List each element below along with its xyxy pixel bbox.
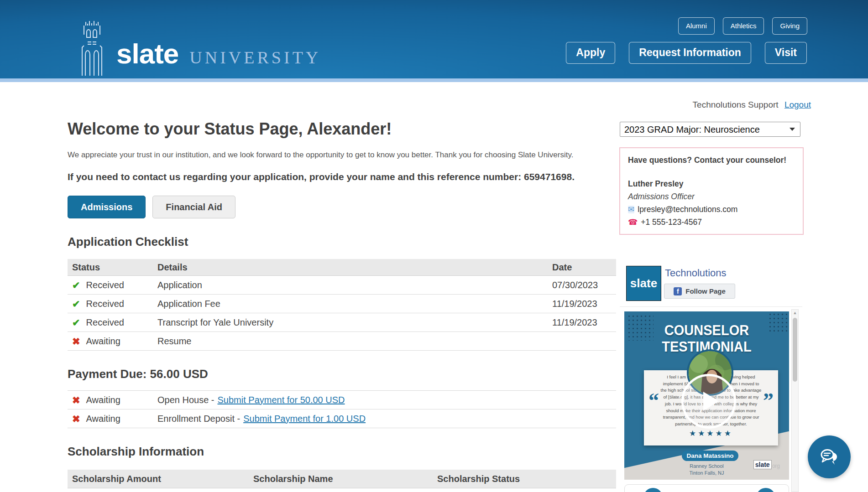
status-label: Received: [86, 317, 124, 328]
application-checklist-table: Status Details Date ✔Received Applicatio…: [68, 259, 616, 351]
x-icon: ✖: [72, 414, 80, 424]
reference-note: If you need to contact us regarding your…: [68, 170, 604, 184]
checklist-header-row: Status Details Date: [68, 259, 616, 276]
status-label: Received: [86, 280, 124, 290]
close-quote-icon: ”: [763, 390, 774, 411]
support-bar: Technolutions Support Logout: [0, 100, 811, 110]
primary-nav: Apply Request Information Visit: [566, 42, 807, 64]
details-cell: Resume: [157, 336, 552, 347]
col-status: Status: [68, 262, 157, 273]
logo-university-text: UNIVERSITY: [189, 49, 321, 68]
check-icon: ✔: [72, 299, 80, 309]
logout-link[interactable]: Logout: [784, 100, 811, 109]
facebook-widget: slate Technolutions f Follow Page COUNSE…: [620, 258, 802, 492]
phone-icon: ☎: [628, 218, 638, 226]
counselor-card-heading: Have questions? Contact your counselor!: [628, 155, 795, 165]
status-page: slate UNIVERSITY Alumni Athletics Giving…: [0, 0, 868, 492]
col-details: Details: [157, 262, 552, 273]
submit-payment-link[interactable]: Submit Payment for 50.00 USD: [218, 395, 345, 405]
apply-button[interactable]: Apply: [566, 42, 615, 64]
table-row: ✖Awaiting Open House -Submit Payment for…: [68, 391, 616, 409]
payment-item-label: Enrollment Deposit -: [157, 414, 240, 424]
testimonial-location: Tinton Falls, NJ: [624, 470, 789, 476]
scholarship-heading: Scholarship Information: [68, 445, 616, 459]
table-row: ✔Received Transcript for Yale University…: [68, 313, 616, 332]
university-logo: slate UNIVERSITY: [81, 19, 321, 68]
testimonial-video[interactable]: COUNSELOR TESTIMONIAL “ ” I feel I am in…: [624, 311, 789, 480]
decorative-circle: [756, 488, 775, 492]
application-selector: 2023 GRAD Major: Neuroscience: [620, 122, 800, 137]
support-label: Technolutions Support: [693, 100, 779, 109]
follow-page-button[interactable]: f Follow Page: [664, 284, 735, 299]
table-row: ✔Received Application Fee 11/19/2023: [68, 295, 616, 313]
col-scholarship-amount: Scholarship Amount: [68, 474, 253, 484]
slate-org-suffix: org: [772, 463, 780, 469]
details-cell: Open House -Submit Payment for 50.00 USD: [157, 395, 552, 405]
secondary-nav: Alumni Athletics Giving: [678, 17, 807, 35]
intro-paragraph: We appreciate your trust in our institut…: [68, 150, 616, 160]
table-row: ✖Awaiting Resume: [68, 332, 616, 351]
open-quote-icon: “: [648, 390, 659, 411]
checklist-heading: Application Checklist: [68, 235, 616, 249]
decorative-circle: [643, 488, 663, 492]
giving-button[interactable]: Giving: [772, 17, 807, 35]
counselor-email[interactable]: lpresley@technolutions.com: [638, 205, 737, 214]
facebook-icon: f: [674, 287, 682, 295]
page-title: Welcome to your Status Page, Alexander!: [68, 119, 616, 139]
status-label: Awaiting: [86, 395, 120, 405]
status-label: Awaiting: [86, 336, 120, 347]
slate-org-logo: slate org: [753, 460, 780, 469]
col-scholarship-name: Scholarship Name: [253, 474, 437, 484]
x-icon: ✖: [72, 337, 80, 346]
details-cell: Application Fee: [157, 299, 552, 309]
play-icon: [703, 392, 719, 411]
feed-scrollbar[interactable]: ▲: [791, 309, 799, 492]
counselor-card: Have questions? Contact your counselor! …: [619, 147, 804, 235]
email-icon: ✉: [628, 206, 634, 213]
next-feed-card: [624, 484, 789, 492]
chat-button[interactable]: [808, 435, 851, 478]
check-icon: ✔: [72, 318, 80, 327]
tower-icon: [81, 19, 103, 76]
scroll-up-icon[interactable]: ▲: [792, 311, 798, 315]
follow-page-label: Follow Page: [685, 287, 726, 295]
date-cell: 11/19/2023: [552, 299, 616, 309]
alumni-button[interactable]: Alumni: [678, 17, 715, 35]
application-dropdown[interactable]: 2023 GRAD Major: Neuroscience: [620, 122, 800, 137]
counselor-phone[interactable]: +1 555-123-4567: [641, 218, 702, 227]
status-tabs: Admissions Financial Aid: [68, 196, 616, 218]
details-cell: Application: [157, 280, 552, 290]
payment-heading: Payment Due: 56.00 USD: [68, 367, 616, 381]
chat-icon: [817, 445, 841, 469]
check-icon: ✔: [72, 280, 80, 290]
status-label: Received: [86, 299, 124, 309]
divider: [620, 306, 802, 307]
details-cell: Enrollment Deposit -Submit Payment for 1…: [157, 414, 552, 424]
table-row: ✖Awaiting Enrollment Deposit -Submit Pay…: [68, 409, 616, 428]
tab-financial-aid[interactable]: Financial Aid: [152, 196, 235, 218]
date-cell: 11/19/2023: [552, 317, 616, 328]
testimonial-person: Dana Matassino: [682, 451, 738, 461]
date-cell: 07/30/2023: [552, 280, 616, 290]
payment-table: ✖Awaiting Open House -Submit Payment for…: [68, 390, 616, 428]
avatar[interactable]: slate: [626, 266, 661, 301]
x-icon: ✖: [72, 395, 80, 405]
details-cell: Transcript for Yale University: [157, 317, 552, 328]
submit-payment-link[interactable]: Submit Payment for 1.00 USD: [243, 414, 366, 424]
tab-admissions[interactable]: Admissions: [68, 196, 146, 218]
star-rating: ★★★★★: [644, 429, 778, 438]
site-header: slate UNIVERSITY Alumni Athletics Giving…: [0, 0, 868, 82]
counselor-title: Admissions Officer: [628, 192, 795, 202]
table-row: ✔Received Application 07/30/2023: [68, 276, 616, 295]
request-information-button[interactable]: Request Information: [629, 42, 751, 64]
col-date: Date: [552, 262, 616, 273]
visit-button[interactable]: Visit: [765, 42, 807, 64]
main-content: Welcome to your Status Page, Alexander! …: [68, 119, 616, 488]
slate-org-wordmark: slate: [753, 460, 772, 469]
col-scholarship-status: Scholarship Status: [437, 474, 616, 484]
scholarship-header-row: Scholarship Amount Scholarship Name Scho…: [68, 470, 616, 488]
play-button[interactable]: [681, 374, 736, 429]
athletics-button[interactable]: Athletics: [723, 17, 764, 35]
scrollbar-thumb[interactable]: [793, 318, 797, 382]
facebook-page-link[interactable]: Technolutions: [665, 267, 727, 279]
